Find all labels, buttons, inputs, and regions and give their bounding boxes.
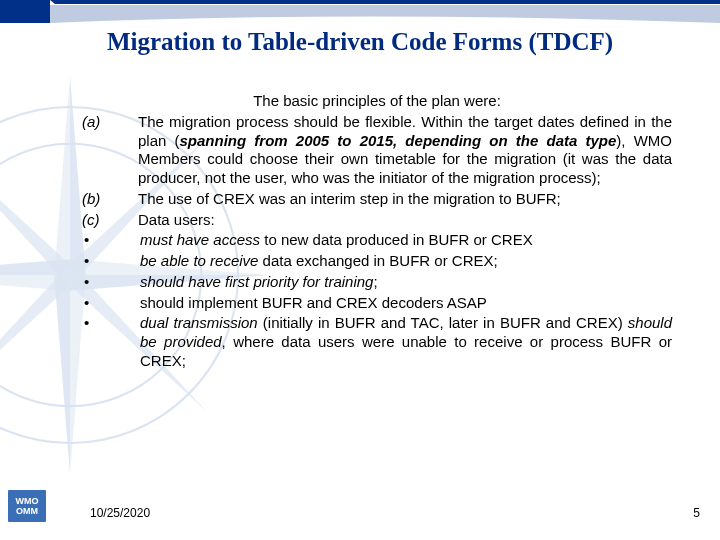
item-marker: (a) — [82, 113, 138, 188]
bullet-row: • should have first priority for trainin… — [82, 273, 672, 292]
wmo-logo: WMO OMM — [8, 490, 46, 522]
slide-body: The basic principles of the plan were: (… — [82, 92, 672, 373]
bullet-icon: • — [82, 231, 140, 250]
svg-marker-4 — [54, 76, 70, 276]
bullet-icon: • — [82, 294, 140, 313]
item-a: (a) The migration process should be flex… — [82, 113, 672, 188]
page-number: 5 — [693, 506, 700, 520]
bullet-row: • be able to receive data exchanged in B… — [82, 252, 672, 271]
item-c: (c) Data users: — [82, 211, 672, 230]
svg-marker-7 — [54, 275, 70, 475]
bullet-row: • dual transmission (initially in BUFR a… — [82, 314, 672, 370]
intro-line: The basic principles of the plan were: — [82, 92, 672, 111]
item-marker: (b) — [82, 190, 138, 209]
item-b: (b) The use of CREX was an interim step … — [82, 190, 672, 209]
item-text: Data users: — [138, 211, 672, 230]
bullet-icon: • — [82, 252, 140, 271]
footer-date: 10/25/2020 — [90, 506, 150, 520]
slide-title: Migration to Table-driven Code Forms (TD… — [0, 28, 720, 56]
logo-line-2: OMM — [16, 506, 38, 516]
item-text: The use of CREX was an interim step in t… — [138, 190, 672, 209]
bullet-icon: • — [82, 273, 140, 292]
logo-line-1: WMO — [16, 496, 39, 506]
bullet-row: • should implement BUFR and CREX decoder… — [82, 294, 672, 313]
svg-rect-0 — [0, 0, 50, 23]
item-marker: (c) — [82, 211, 138, 230]
item-text: The migration process should be flexible… — [138, 113, 672, 188]
bullet-icon: • — [82, 314, 140, 370]
bullet-row: • must have access to new data produced … — [82, 231, 672, 250]
